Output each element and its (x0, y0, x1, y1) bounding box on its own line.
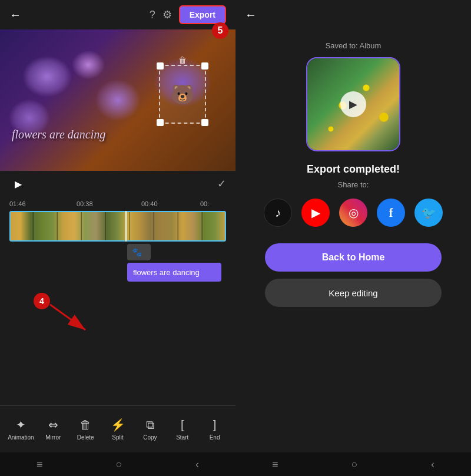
sub-tracks: 🐾 flowers are dancing (9, 244, 226, 282)
tool-end[interactable]: ] End (198, 418, 231, 441)
settings-icon[interactable]: ⚙ (162, 8, 172, 21)
video-strip[interactable] (9, 211, 226, 242)
left-nav-bar: ≡ ○ ‹ (0, 452, 236, 476)
export-completed-label: Export completed! (307, 163, 400, 176)
left-panel: ← ? ⚙ Export 5 flowers are dancing 🗑 🐻 (0, 0, 236, 476)
resize-handle-tl[interactable] (157, 62, 164, 70)
tool-mirror[interactable]: ⇔ Mirror (37, 418, 69, 441)
end-icon: ] (213, 418, 217, 432)
youtube-icon: ▶ (311, 206, 320, 220)
mirror-label: Mirror (45, 434, 61, 441)
share-twitter-button[interactable]: 🐦 (414, 199, 443, 227)
export-button[interactable]: Export (179, 5, 226, 24)
share-youtube-button[interactable]: ▶ (301, 199, 330, 227)
share-tiktok-button[interactable]: ♪ (264, 199, 292, 227)
step-5-badge: 5 (212, 22, 228, 39)
tool-split[interactable]: ⚡ Split (102, 418, 134, 441)
resize-handle-tr[interactable] (201, 62, 208, 70)
animation-icon: ✦ (16, 418, 26, 432)
animation-label: Animation (8, 434, 34, 441)
tool-animation[interactable]: ✦ Animation (5, 418, 37, 441)
twitter-icon: 🐦 (422, 206, 436, 220)
share-label: Share to: (338, 180, 369, 189)
check-icon[interactable]: ✓ (217, 177, 226, 190)
instagram-icon: ◎ (349, 206, 359, 220)
step4-annotation: 4 (32, 292, 103, 339)
video-preview: flowers are dancing 🗑 🐻 (0, 29, 236, 171)
mirror-icon: ⇔ (48, 418, 58, 432)
text-track-label: flowers are dancing (133, 268, 200, 277)
time-label-2: 00:38 (77, 200, 93, 207)
facebook-icon: f (389, 206, 393, 220)
right-nav-bar: ≡ ○ ‹ (236, 452, 471, 476)
thumbnail-play-button[interactable]: ▶ (340, 91, 366, 117)
svg-line-2 (50, 305, 85, 330)
sticker-selection-box[interactable]: 🗑 🐻 (159, 65, 206, 124)
left-nav-menu-icon[interactable]: ≡ (37, 458, 43, 471)
right-content: Saved to: Album ▶ Export completed! Shar… (236, 29, 471, 452)
text-track[interactable]: flowers are dancing (127, 263, 221, 282)
timeline-ruler: 01:46 00:38 00:40 00: (0, 197, 236, 211)
right-back-button[interactable]: ← (245, 8, 257, 22)
play-button[interactable]: ▶ (9, 175, 27, 193)
time-label-1: 01:46 (9, 200, 26, 207)
right-nav-home-icon[interactable]: ○ (351, 458, 358, 471)
tool-delete[interactable]: 🗑 Delete (69, 418, 102, 441)
left-nav-back-icon[interactable]: ‹ (195, 458, 199, 471)
right-nav-menu-icon[interactable]: ≡ (272, 458, 278, 471)
split-label: Split (112, 434, 123, 441)
right-header: ← (236, 0, 471, 29)
header-icons: ? ⚙ Export (150, 5, 226, 24)
video-thumbnail[interactable]: ▶ (306, 57, 400, 151)
delete-label: Delete (77, 434, 94, 441)
copy-label: Copy (143, 434, 157, 441)
timeline-controls: ▶ ✓ (0, 171, 236, 197)
timeline-area: ▶ ✓ 01:46 00:38 00:40 00: 🐾 flowers are … (0, 171, 236, 405)
video-background: flowers are dancing 🗑 🐻 (0, 29, 236, 171)
sticker-image: 🐻 (160, 66, 205, 123)
delete-handle-icon[interactable]: 🗑 (178, 55, 187, 65)
time-label-3: 00:40 (141, 200, 158, 207)
help-icon[interactable]: ? (150, 9, 155, 21)
resize-handle-br[interactable] (201, 119, 208, 126)
left-nav-home-icon[interactable]: ○ (116, 458, 122, 471)
bottom-toolbar: ✦ Animation ⇔ Mirror 🗑 Delete ⚡ Split ⧉ … (0, 405, 236, 452)
svg-text:4: 4 (39, 296, 44, 306)
start-icon: [ (181, 418, 184, 432)
end-label: End (210, 434, 220, 441)
tiktok-icon: ♪ (275, 206, 281, 220)
right-nav-back-icon[interactable]: ‹ (431, 458, 434, 471)
thumbnail-background: ▶ (307, 58, 399, 150)
copy-icon: ⧉ (146, 418, 154, 432)
back-button[interactable]: ← (9, 8, 21, 22)
share-icons-row: ♪ ▶ ◎ f 🐦 (264, 199, 443, 227)
right-panel: ← Saved to: Album ▶ Export completed! Sh… (236, 0, 471, 476)
sticker-track[interactable]: 🐾 (127, 244, 151, 260)
delete-icon: 🗑 (79, 418, 91, 432)
time-label-4: 00: (200, 200, 209, 207)
video-text-overlay: flowers are dancing (12, 128, 105, 141)
tool-start[interactable]: [ Start (166, 418, 198, 441)
back-to-home-button[interactable]: Back to Home (265, 243, 442, 272)
keep-editing-button[interactable]: Keep editing (265, 279, 442, 307)
selected-strip-indicator (9, 211, 226, 242)
resize-handle-bl[interactable] (157, 119, 164, 126)
saved-label: Saved to: Album (326, 41, 382, 50)
share-facebook-button[interactable]: f (377, 199, 405, 227)
tool-copy[interactable]: ⧉ Copy (134, 418, 166, 441)
timeline-cursor (125, 211, 127, 242)
start-label: Start (176, 434, 188, 441)
share-instagram-button[interactable]: ◎ (339, 199, 367, 227)
left-header: ← ? ⚙ Export (0, 0, 236, 29)
split-icon: ⚡ (111, 418, 125, 432)
